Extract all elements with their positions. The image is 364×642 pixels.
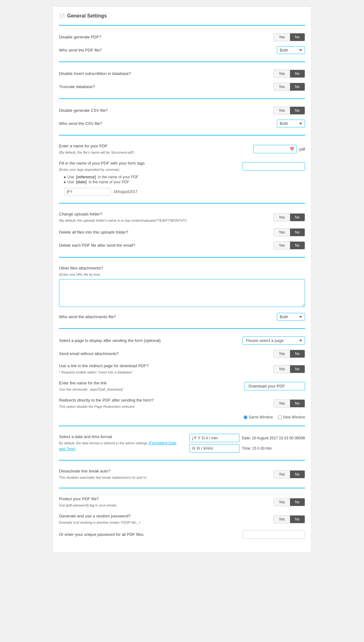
control-protect-pdf: Yes No — [273, 498, 305, 506]
control-change-uploads: Yes No — [273, 213, 305, 221]
row-disable-csv: Disable generate CSV file? Yes No — [59, 104, 305, 117]
yes-delete-each[interactable]: Yes — [274, 242, 290, 249]
label-truncate-db: Truncate database? — [59, 84, 273, 90]
hint-date: Use [date] in the name of your PDF — [64, 180, 305, 184]
toggle-protect-pdf: Yes No — [273, 498, 305, 506]
date-format-time-input[interactable] — [189, 444, 239, 452]
radio-same-window-input[interactable] — [243, 415, 248, 419]
section-database: Disable Insert subscribtion in database?… — [59, 62, 305, 98]
label-disable-csv: Disable generate CSV file? — [59, 107, 273, 114]
row-disable-insert: Disable Insert subscribtion in database?… — [59, 67, 305, 80]
date-format-item-date: Date: 16 August 2017 15 03 00 08008 — [189, 434, 305, 442]
label-pdf-name: Enter a name for your PDF (By default, t… — [59, 143, 253, 155]
yes-random-password[interactable]: Yes — [274, 516, 290, 523]
row-truncate-db: Truncate database? Yes No — [59, 80, 305, 93]
section-line-break: Desactivate line break auto? This disabl… — [59, 460, 305, 488]
no-delete-all[interactable]: No — [290, 229, 305, 236]
section-redirect: Select a page to display after sending t… — [59, 328, 305, 426]
section-protect: Protect your PDF file? Use [pdf-password… — [59, 488, 305, 546]
row-use-link: Use a link in the redirect page for down… — [59, 360, 305, 378]
control-redirect-direct: Yes No — [273, 399, 305, 407]
toggle-random-password: Yes No — [273, 515, 305, 523]
toggle-use-link: Yes No — [273, 365, 305, 373]
radio-new-window-input[interactable] — [278, 415, 282, 419]
no-line-break[interactable]: No — [290, 471, 305, 478]
fill-tags-input[interactable] — [243, 162, 305, 170]
control-date-format: Date: 16 August 2017 15 03 00 08008 Time… — [189, 434, 305, 452]
control-password-input — [243, 530, 305, 539]
yes-use-link[interactable]: Yes — [274, 365, 290, 373]
yes-redirect-direct[interactable]: Yes — [274, 400, 290, 407]
no-truncate-db[interactable]: No — [290, 83, 305, 91]
label-send-no-attach: Send email without attachments? — [59, 351, 273, 357]
date-format-result: 16August2017 — [113, 190, 137, 194]
toggle-change-uploads: Yes No — [273, 213, 305, 221]
control-pdf-name: 📅 .pdf — [253, 145, 305, 153]
label-delete-all: Delete all files into this uploads folde… — [59, 229, 273, 235]
no-delete-each[interactable]: No — [290, 242, 305, 249]
select-page-dropdown[interactable]: Please select a page — [243, 336, 305, 345]
row-disable-pdf: Disable generate PDF? Yes No — [59, 31, 305, 44]
section-date-format: Select a date and time format By default… — [59, 426, 305, 460]
label-link-name: Enter the name for the link Use this sho… — [59, 380, 244, 392]
date-output: Date: 16 August 2017 15 03 00 08008 — [242, 436, 305, 440]
no-change-uploads[interactable]: No — [290, 214, 305, 221]
pdf-name-input[interactable] — [253, 145, 297, 153]
yes-disable-csv[interactable]: Yes — [274, 107, 290, 114]
time-output: Time: 15 h 00 min — [242, 446, 272, 451]
toggle-delete-all: Yes No — [273, 228, 305, 236]
control-fill-tags — [243, 162, 305, 170]
row-who-send-attachments: Who send the attachments file? Both Admi… — [59, 310, 305, 323]
toggle-send-no-attach: Yes No — [273, 350, 305, 358]
label-disable-pdf: Disable generate PDF? — [59, 34, 273, 40]
select-who-send-attachments[interactable]: Both Admin User — [277, 313, 305, 321]
label-redirect-direct: Redirects directly to the PDF after send… — [59, 397, 273, 409]
pdf-name-input-wrap: 📅 .pdf — [253, 145, 305, 153]
yes-disable-pdf[interactable]: Yes — [274, 33, 290, 41]
yes-truncate-db[interactable]: Yes — [274, 83, 290, 91]
date-format-input[interactable]: jFY — [64, 188, 111, 195]
page-title: 📄 General Settings — [59, 13, 305, 19]
other-files-textarea[interactable] — [59, 279, 305, 307]
yes-send-no-attach[interactable]: Yes — [274, 350, 290, 358]
control-who-send-pdf: Both Admin User — [277, 46, 305, 54]
select-who-send-pdf[interactable]: Both Admin User — [277, 46, 305, 54]
yes-delete-all[interactable]: Yes — [274, 229, 290, 236]
section-uploads: Change uploads folder? (By default, the … — [59, 203, 305, 257]
link-name-input[interactable]: Download your PDF — [244, 382, 305, 390]
row-select-page: Select a page to display after sending t… — [59, 334, 305, 347]
no-random-password[interactable]: No — [290, 516, 305, 523]
no-disable-insert[interactable]: No — [290, 70, 305, 77]
radio-new-window[interactable]: New Window — [278, 415, 305, 419]
row-protect-pdf: Protect your PDF file? Use [pdf-password… — [59, 493, 305, 511]
label-change-uploads: Change uploads folder? (By default, the … — [59, 211, 273, 223]
password-input[interactable] — [243, 530, 305, 539]
no-send-no-attach[interactable]: No — [290, 350, 305, 358]
no-protect-pdf[interactable]: No — [290, 498, 305, 506]
date-format-date-input[interactable] — [189, 434, 239, 442]
date-example-row: jFY 16August2017 — [59, 185, 305, 198]
yes-line-break[interactable]: Yes — [274, 471, 290, 478]
no-disable-csv[interactable]: No — [290, 107, 305, 114]
control-disable-insert: Yes No — [273, 70, 305, 78]
label-who-send-attachments: Who send the attachments file? — [59, 314, 277, 320]
yes-change-uploads[interactable]: Yes — [274, 214, 290, 221]
toggle-redirect-direct: Yes No — [273, 399, 305, 407]
no-redirect-direct[interactable]: No — [290, 400, 305, 407]
toggle-disable-insert: Yes No — [273, 70, 305, 78]
no-use-link[interactable]: No — [290, 365, 305, 373]
control-send-no-attach: Yes No — [273, 350, 305, 358]
yes-disable-insert[interactable]: Yes — [274, 70, 290, 77]
settings-container: 📄 General Settings Disable generate PDF?… — [52, 6, 312, 553]
yes-protect-pdf[interactable]: Yes — [274, 498, 290, 506]
row-pdf-name: Enter a name for your PDF (By default, t… — [59, 141, 305, 158]
section-pdf: Disable generate PDF? Yes No Who send th… — [59, 25, 305, 62]
pdf-name-field-wrap: 📅 — [253, 145, 297, 153]
select-who-send-csv[interactable]: Both Admin User — [277, 120, 305, 127]
hint-reference: Use [reference] in the name of your PDF — [64, 175, 305, 179]
window-radio-group: Same Window New Window — [243, 415, 305, 419]
toggle-disable-pdf: Yes No — [273, 33, 305, 41]
row-window-choice: Same Window New Window — [59, 412, 305, 421]
no-disable-pdf[interactable]: No — [290, 33, 305, 41]
radio-same-window[interactable]: Same Window — [243, 415, 273, 419]
